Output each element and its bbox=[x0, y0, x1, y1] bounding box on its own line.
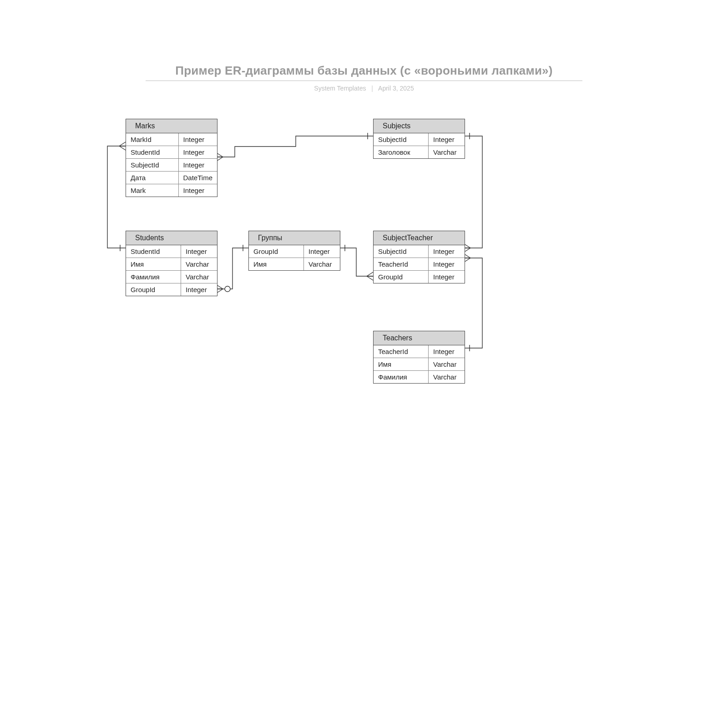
field-type: Integer bbox=[178, 184, 217, 197]
entity-marks[interactable]: MarksMarkIdIntegerStudentIdIntegerSubjec… bbox=[126, 119, 217, 197]
field-name: StudentId bbox=[126, 146, 178, 159]
field-name: Заголовок bbox=[374, 146, 429, 159]
entity-teachers[interactable]: TeachersTeacherIdIntegerИмяVarcharФамили… bbox=[373, 331, 465, 384]
entity-header: SubjectTeacher bbox=[374, 231, 465, 245]
field-name: GroupId bbox=[374, 271, 429, 283]
entity-fields: SubjectIdIntegerЗаголовокVarchar bbox=[374, 133, 465, 158]
table-row: StudentIdInteger bbox=[126, 245, 217, 258]
table-row: GroupIdInteger bbox=[126, 283, 217, 296]
svg-line-7 bbox=[217, 153, 223, 157]
table-row: ФамилияVarchar bbox=[374, 371, 465, 384]
field-name: Имя bbox=[126, 258, 181, 271]
table-row: ФамилияVarchar bbox=[126, 271, 217, 283]
field-type: DateTime bbox=[178, 172, 217, 184]
svg-line-3 bbox=[119, 146, 126, 150]
svg-line-18 bbox=[464, 248, 470, 252]
field-type: Integer bbox=[429, 271, 465, 283]
field-type: Varchar bbox=[181, 271, 217, 283]
field-type: Integer bbox=[304, 245, 340, 258]
field-type: Integer bbox=[429, 258, 465, 271]
field-name: Имя bbox=[374, 358, 429, 371]
table-row: ЗаголовокVarchar bbox=[374, 146, 465, 159]
table-row: ИмяVarchar bbox=[126, 258, 217, 271]
entity-fields: StudentIdIntegerИмяVarcharФамилияVarchar… bbox=[126, 245, 217, 296]
svg-line-9 bbox=[217, 289, 223, 293]
table-row: SubjectIdInteger bbox=[126, 159, 217, 172]
field-type: Integer bbox=[178, 159, 217, 172]
entity-fields: GroupIdIntegerИмяVarchar bbox=[249, 245, 340, 270]
table-row: TeacherIdInteger bbox=[374, 345, 465, 358]
entity-fields: TeacherIdIntegerИмяVarcharФамилияVarchar bbox=[374, 345, 465, 383]
field-name: TeacherId bbox=[374, 345, 429, 358]
field-type: Varchar bbox=[429, 358, 465, 371]
field-type: Integer bbox=[181, 245, 217, 258]
field-name: SubjectId bbox=[374, 133, 429, 146]
field-name: SubjectId bbox=[374, 245, 429, 258]
table-row: StudentIdInteger bbox=[126, 146, 217, 159]
svg-line-22 bbox=[464, 258, 470, 262]
entity-header: Students bbox=[126, 231, 217, 245]
svg-point-12 bbox=[225, 286, 230, 292]
field-name: StudentId bbox=[126, 245, 181, 258]
diagram-subline: System Templates | April 3, 2025 bbox=[146, 85, 582, 92]
entity-fields: SubjectIdIntegerTeacherIdIntegerGroupIdI… bbox=[374, 245, 465, 283]
author-label: System Templates bbox=[314, 85, 366, 92]
table-row: GroupIdInteger bbox=[374, 271, 465, 283]
field-name: Фамилия bbox=[374, 371, 429, 384]
svg-line-1 bbox=[119, 142, 126, 146]
field-name: GroupId bbox=[126, 283, 181, 296]
entity-header: Subjects bbox=[374, 119, 465, 133]
field-name: MarkId bbox=[126, 133, 178, 146]
svg-line-20 bbox=[464, 244, 470, 248]
field-type: Varchar bbox=[429, 371, 465, 384]
entity-subjects[interactable]: SubjectsSubjectIdIntegerЗаголовокVarchar bbox=[373, 119, 465, 159]
field-name: Дата bbox=[126, 172, 178, 184]
field-name: Имя bbox=[249, 258, 304, 271]
field-type: Integer bbox=[178, 133, 217, 146]
table-row: ИмяVarchar bbox=[249, 258, 340, 271]
field-name: Mark bbox=[126, 184, 178, 197]
field-type: Integer bbox=[178, 146, 217, 159]
diagram-title: Пример ER-диаграммы базы данных (с «воро… bbox=[146, 64, 582, 78]
field-type: Varchar bbox=[429, 146, 465, 159]
field-type: Integer bbox=[181, 283, 217, 296]
entity-header: Teachers bbox=[374, 331, 465, 345]
table-row: SubjectIdInteger bbox=[374, 133, 465, 146]
table-row: MarkIdInteger bbox=[126, 133, 217, 146]
diagram-canvas: Пример ER-диаграммы базы данных (с «воро… bbox=[0, 0, 728, 728]
field-type: Integer bbox=[429, 133, 465, 146]
field-name: SubjectId bbox=[126, 159, 178, 172]
entity-subjectteacher[interactable]: SubjectTeacherSubjectIdIntegerTeacherIdI… bbox=[373, 231, 465, 283]
date-label: April 3, 2025 bbox=[378, 85, 414, 92]
field-type: Varchar bbox=[304, 258, 340, 271]
entity-fields: MarkIdIntegerStudentIdIntegerSubjectIdIn… bbox=[126, 133, 217, 197]
svg-line-24 bbox=[464, 254, 470, 258]
entity-header: Marks bbox=[126, 119, 217, 133]
svg-line-16 bbox=[367, 276, 373, 280]
table-row: ДатаDateTime bbox=[126, 172, 217, 184]
table-row: MarkInteger bbox=[126, 184, 217, 197]
entity-students[interactable]: StudentsStudentIdIntegerИмяVarcharФамили… bbox=[126, 231, 217, 296]
svg-line-5 bbox=[217, 157, 223, 161]
field-type: Integer bbox=[429, 245, 465, 258]
table-row: ИмяVarchar bbox=[374, 358, 465, 371]
diagram-header: Пример ER-диаграммы базы данных (с «воро… bbox=[146, 64, 582, 92]
table-row: TeacherIdInteger bbox=[374, 258, 465, 271]
header-divider bbox=[146, 81, 582, 81]
connectors-layer bbox=[0, 0, 728, 728]
field-name: Фамилия bbox=[126, 271, 181, 283]
svg-line-14 bbox=[367, 272, 373, 276]
field-type: Varchar bbox=[181, 258, 217, 271]
table-row: GroupIdInteger bbox=[249, 245, 340, 258]
entity-groups[interactable]: ГруппыGroupIdIntegerИмяVarchar bbox=[248, 231, 340, 271]
subline-separator: | bbox=[371, 85, 373, 92]
entity-header: Группы bbox=[249, 231, 340, 245]
field-name: TeacherId bbox=[374, 258, 429, 271]
field-type: Integer bbox=[429, 345, 465, 358]
field-name: GroupId bbox=[249, 245, 304, 258]
svg-line-11 bbox=[217, 285, 223, 289]
table-row: SubjectIdInteger bbox=[374, 245, 465, 258]
